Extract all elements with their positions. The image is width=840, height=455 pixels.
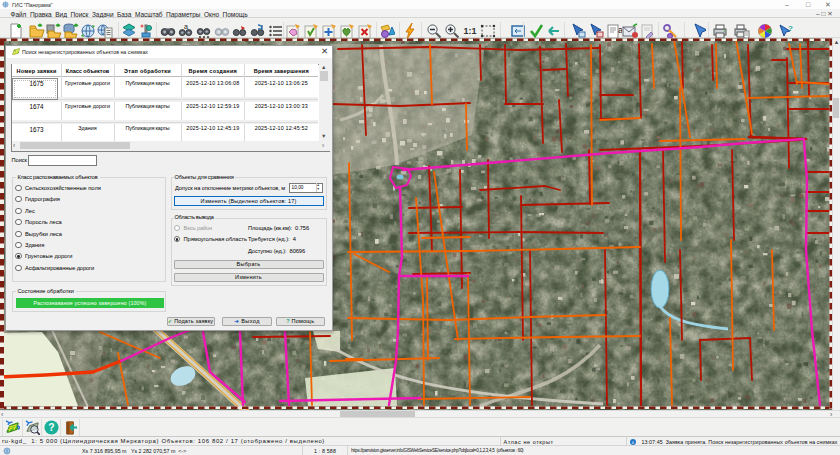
svg-text:?: ?	[48, 422, 54, 433]
svg-text:a: a	[184, 23, 188, 30]
svg-text:?: ?	[788, 24, 793, 33]
svg-text:1:1: 1:1	[463, 26, 476, 36]
